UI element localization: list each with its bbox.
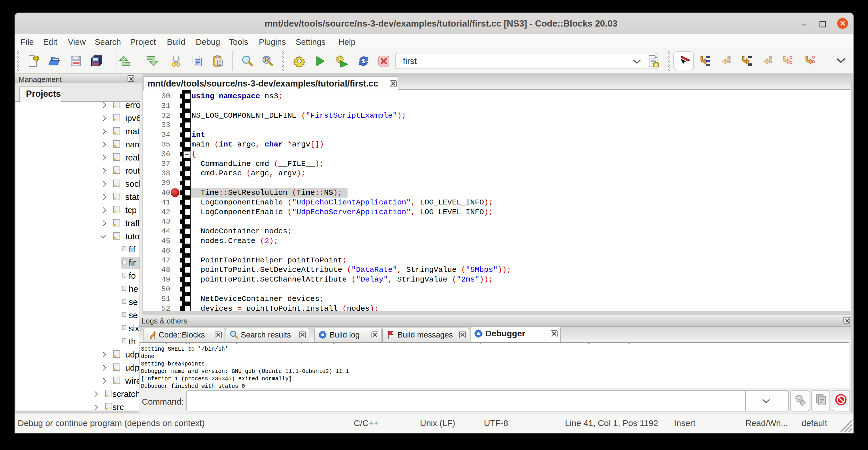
svg-text:R: R bbox=[264, 56, 269, 64]
